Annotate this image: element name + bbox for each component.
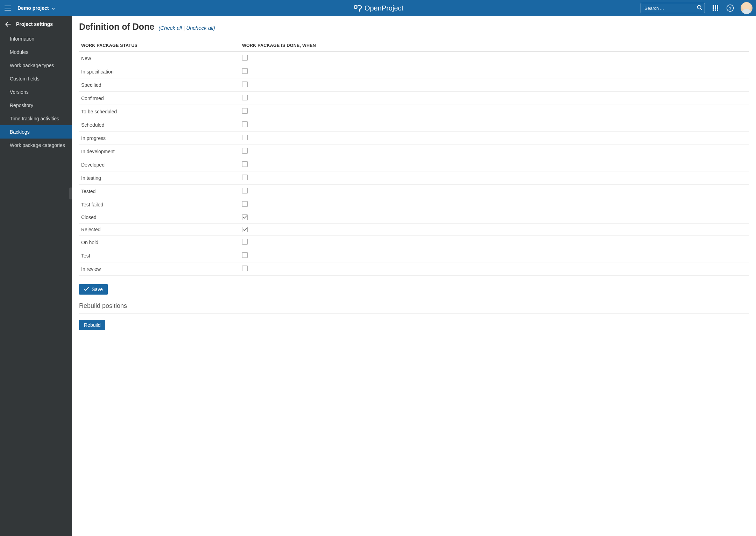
top-header: Demo project OpenProject ? <box>0 0 756 16</box>
sidebar-header: Project settings <box>0 16 72 32</box>
done-checkbox[interactable] <box>242 214 248 220</box>
sidebar-item[interactable]: Custom fields <box>0 72 72 85</box>
status-label: In review <box>81 266 101 272</box>
status-label: In progress <box>81 135 106 141</box>
status-table: WORK PACKAGE STATUS WORK PACKAGE IS DONE… <box>79 40 749 276</box>
page-title-row: Definition of Done (Check all | Uncheck … <box>79 22 749 32</box>
done-checkbox[interactable] <box>242 135 248 140</box>
sidebar-item[interactable]: Versions <box>0 85 72 99</box>
svg-rect-12 <box>713 9 714 11</box>
sidebar-item[interactable]: Modules <box>0 45 72 59</box>
search-input[interactable] <box>641 3 705 13</box>
sidebar-item[interactable]: Time tracking activities <box>0 112 72 125</box>
sidebar-item-label: Custom fields <box>10 76 40 82</box>
done-checkbox[interactable] <box>242 188 248 193</box>
check-all-link[interactable]: Check all <box>160 25 182 31</box>
done-checkbox[interactable] <box>242 227 248 232</box>
done-checkbox[interactable] <box>242 95 248 100</box>
header-right: ? <box>641 2 753 14</box>
done-checkbox[interactable] <box>242 121 248 127</box>
rebuild-positions-heading: Rebuild positions <box>79 302 749 313</box>
status-label: On hold <box>81 240 98 245</box>
project-selector[interactable]: Demo project <box>15 5 57 11</box>
search-input-wrap <box>641 3 705 13</box>
svg-rect-6 <box>713 5 714 7</box>
bulk-check-links: (Check all | Uncheck all) <box>158 25 215 31</box>
openproject-icon <box>353 3 362 13</box>
svg-rect-8 <box>717 5 718 7</box>
svg-line-5 <box>701 9 702 10</box>
status-label: In development <box>81 149 115 154</box>
sidebar-title: Project settings <box>16 21 53 27</box>
svg-rect-13 <box>715 9 716 11</box>
status-label: Test failed <box>81 202 103 207</box>
done-checkbox[interactable] <box>242 175 248 180</box>
project-name: Demo project <box>17 5 49 11</box>
svg-rect-10 <box>715 7 716 9</box>
sidebar-item[interactable]: Work package categories <box>0 139 72 152</box>
status-label: Scheduled <box>81 122 104 128</box>
sidebar-item[interactable]: Repository <box>0 99 72 112</box>
table-row: On hold <box>79 236 749 249</box>
done-checkbox[interactable] <box>242 252 248 258</box>
table-header-row: WORK PACKAGE STATUS WORK PACKAGE IS DONE… <box>79 40 749 52</box>
app-logo[interactable]: OpenProject <box>353 3 403 13</box>
rebuild-button[interactable]: Rebuild <box>79 320 105 330</box>
done-checkbox[interactable] <box>242 108 248 114</box>
uncheck-all-link[interactable]: Uncheck all <box>186 25 213 31</box>
svg-point-4 <box>697 5 701 9</box>
table-row: In testing <box>79 171 749 185</box>
status-label: To be scheduled <box>81 109 117 114</box>
chevron-down-icon <box>51 5 55 11</box>
th-status: WORK PACKAGE STATUS <box>81 43 242 48</box>
svg-rect-11 <box>717 7 718 9</box>
status-label: Tested <box>81 189 96 194</box>
sidebar-item[interactable]: Information <box>0 32 72 45</box>
search-icon[interactable] <box>697 5 703 12</box>
table-row: In progress <box>79 132 749 145</box>
table-row: New <box>79 52 749 65</box>
avatar[interactable] <box>741 2 753 14</box>
sidebar-item[interactable]: Work package types <box>0 59 72 72</box>
sidebar-item[interactable]: Backlogs <box>0 125 72 139</box>
help-icon[interactable]: ? <box>726 4 734 12</box>
page-title: Definition of Done <box>79 22 154 32</box>
table-row: In review <box>79 262 749 276</box>
svg-text:?: ? <box>729 6 732 11</box>
app-logo-text: OpenProject <box>365 4 403 12</box>
back-arrow-icon[interactable] <box>5 21 11 27</box>
status-label: Rejected <box>81 227 100 232</box>
status-label: Test <box>81 253 90 259</box>
svg-rect-7 <box>715 5 716 7</box>
status-label: New <box>81 56 91 61</box>
done-checkbox[interactable] <box>242 148 248 154</box>
table-row: Rejected <box>79 224 749 236</box>
table-row: Closed <box>79 211 749 224</box>
status-label: Developed <box>81 162 105 168</box>
save-button[interactable]: Save <box>79 284 108 295</box>
status-label: In specification <box>81 69 114 75</box>
done-checkbox[interactable] <box>242 68 248 74</box>
sidebar-collapse-handle[interactable] <box>69 188 72 199</box>
done-checkbox[interactable] <box>242 239 248 245</box>
done-checkbox[interactable] <box>242 201 248 207</box>
status-label: Closed <box>81 214 97 220</box>
sidebar-item-label: Modules <box>10 49 28 55</box>
done-checkbox[interactable] <box>242 55 248 61</box>
done-checkbox[interactable] <box>242 82 248 87</box>
th-done: WORK PACKAGE IS DONE, WHEN <box>242 43 747 48</box>
done-checkbox[interactable] <box>242 266 248 271</box>
status-label: Confirmed <box>81 96 104 101</box>
done-checkbox[interactable] <box>242 161 248 167</box>
table-row: Test <box>79 249 749 262</box>
svg-rect-9 <box>713 7 714 9</box>
table-row: Confirmed <box>79 92 749 105</box>
svg-point-3 <box>354 6 357 8</box>
sidebar: Project settings InformationModulesWork … <box>0 16 72 536</box>
table-row: Developed <box>79 158 749 171</box>
sidebar-item-label: Information <box>10 36 34 42</box>
hamburger-icon[interactable] <box>3 4 12 12</box>
modules-grid-icon[interactable] <box>711 4 720 12</box>
table-row: To be scheduled <box>79 105 749 118</box>
table-row: Specified <box>79 78 749 92</box>
